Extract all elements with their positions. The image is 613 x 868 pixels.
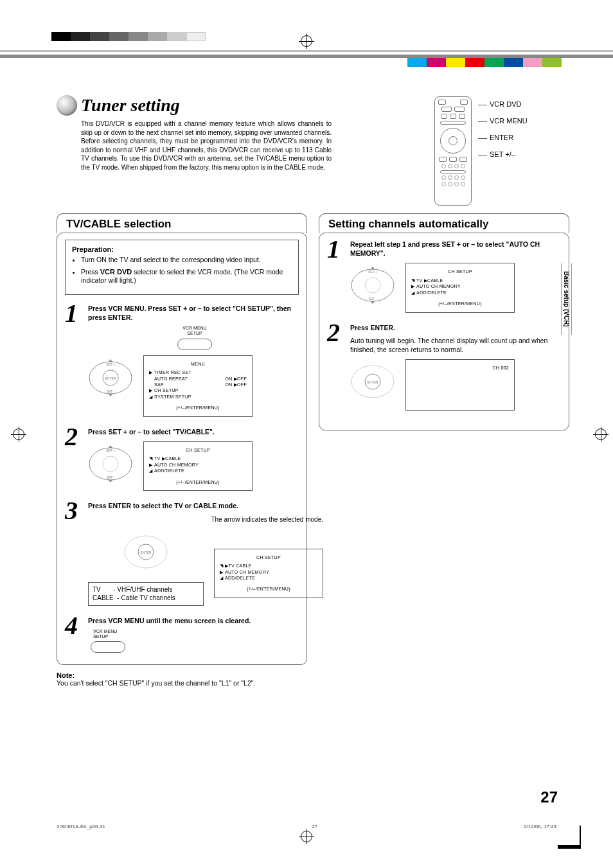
crop-corner-icon bbox=[558, 826, 581, 849]
registration-icon bbox=[13, 39, 24, 829]
registration-icon bbox=[301, 35, 312, 47]
right-heading: Setting channels automatically bbox=[319, 213, 569, 233]
osd-channel: CH 002 bbox=[411, 365, 509, 371]
vcr-menu-button-icon bbox=[91, 641, 125, 653]
footer-page: 27 bbox=[312, 824, 317, 829]
step-head: Press ENTER to select the TV or CABLE mo… bbox=[88, 501, 323, 510]
left-step-3: 3 Press ENTER to select the TV or CABLE … bbox=[65, 501, 299, 606]
note-text: You can't select "CH SETUP" if you set t… bbox=[57, 679, 255, 687]
step-number: 3 bbox=[65, 501, 83, 606]
note-heading: Note: bbox=[57, 671, 75, 679]
grayscale-bars bbox=[51, 32, 206, 41]
note-block: Note: You can't select "CH SETUP" if you… bbox=[57, 671, 307, 687]
osd-screen: CH SETUP◥▶TV CABLE▶AUTO CH MEMORY◢ADD/DE… bbox=[214, 549, 323, 598]
step-head: Press VCR MENU until the menu screen is … bbox=[88, 616, 299, 625]
channel-type-legend: TV - VHF/UHF channels CABLE - Cable TV c… bbox=[88, 582, 204, 606]
right-step-2: 2 Press ENTER. Auto tuning will begin. T… bbox=[327, 323, 561, 411]
page-number: 27 bbox=[540, 788, 558, 806]
preparation-title: Preparation: bbox=[72, 245, 114, 253]
callout-vcr-dvd: VCR DVD bbox=[481, 100, 528, 108]
svg-text:SET +: SET + bbox=[106, 362, 115, 366]
step-head: Repeat left step 1 and press SET + or – … bbox=[350, 240, 561, 258]
dpad-icon: ENTERSET +SET - bbox=[88, 355, 133, 400]
right-panel: 1 Repeat left step 1 and press SET + or … bbox=[319, 233, 569, 430]
step-number: 4 bbox=[65, 616, 83, 653]
left-step-4: 4 Press VCR MENU until the menu screen i… bbox=[65, 616, 299, 653]
legend-val: - Cable TV channels bbox=[117, 594, 175, 601]
legend-key: TV bbox=[93, 586, 101, 593]
svg-text:SET +: SET + bbox=[106, 448, 115, 452]
registration-icon bbox=[301, 831, 312, 842]
title-sphere-icon bbox=[57, 95, 77, 116]
footer-date: 1/12/06, 17:43 bbox=[524, 824, 556, 829]
step-head: Press ENTER. bbox=[350, 323, 561, 332]
osd-screen: CH 002 bbox=[405, 359, 515, 411]
remote-callouts: VCR DVD VCR MENU ENTER SET +/– bbox=[481, 96, 528, 158]
dpad-icon: SET +SET - bbox=[88, 441, 133, 486]
callout-enter: ENTER bbox=[481, 134, 528, 141]
page-title: Tuner setting bbox=[57, 96, 415, 114]
left-panel: Preparation: Turn ON the TV and select t… bbox=[57, 233, 307, 665]
step-body-text: Auto tuning will begin. The channel disp… bbox=[350, 336, 561, 354]
left-step-1: 1 Press VCR MENU. Press SET + or – to se… bbox=[65, 304, 299, 417]
vcr-menu-button-icon bbox=[177, 339, 212, 350]
svg-point-13 bbox=[365, 278, 380, 293]
prep-item: Turn ON the TV and select to the corresp… bbox=[81, 256, 292, 265]
left-heading: TV/CABLE selection bbox=[57, 213, 307, 233]
osd-screen: CH SETUP◥TV ▶CABLE▶AUTO CH MEMORY◢ADD/DE… bbox=[143, 441, 253, 491]
button-label: VCR MENU SETUP bbox=[93, 629, 299, 639]
registration-icon bbox=[595, 39, 607, 829]
button-label: VCR MENU SETUP bbox=[91, 326, 299, 335]
step-subtext: The arrow indicates the selected mode. bbox=[88, 515, 323, 524]
step-number: 2 bbox=[65, 427, 83, 491]
step-number: 1 bbox=[65, 304, 83, 417]
svg-text:SET -: SET - bbox=[369, 297, 377, 301]
intro-paragraph: This DVD/VCR is equipped with a channel … bbox=[81, 120, 332, 172]
right-step-1: 1 Repeat left step 1 and press SET + or … bbox=[327, 240, 561, 313]
left-step-2: 2 Press SET + or – to select "TV/CABLE".… bbox=[65, 427, 299, 491]
svg-text:SET +: SET + bbox=[368, 270, 377, 274]
remote-diagram: VCR DVD VCR MENU ENTER SET +/– bbox=[434, 96, 569, 206]
legend-val: - VHF/UHF channels bbox=[113, 586, 172, 593]
dpad-icon: ENTER bbox=[350, 359, 395, 404]
callout-set: SET +/– bbox=[481, 150, 528, 158]
footer-file: 2I30301A-En_p26-31 bbox=[57, 824, 105, 829]
legend-key: CABLE bbox=[93, 594, 114, 601]
step-head: Press SET + or – to select "TV/CABLE". bbox=[88, 427, 299, 436]
step-number: 1 bbox=[327, 240, 345, 313]
preparation-box: Preparation: Turn ON the TV and select t… bbox=[65, 240, 299, 295]
dpad-icon: ENTER bbox=[123, 529, 168, 574]
osd-screen: MENU▶TIMER REC SETAUTO REPEATON ▶OFFSAPO… bbox=[143, 355, 253, 417]
print-rule bbox=[0, 50, 613, 52]
prep-item: Press VCR DVD selector to select the VCR… bbox=[81, 267, 292, 285]
svg-text:SET -: SET - bbox=[107, 475, 115, 479]
svg-text:SET -: SET - bbox=[107, 389, 115, 393]
print-footer: 2I30301A-En_p26-31 27 1/12/06, 17:43 bbox=[57, 824, 556, 829]
step-head: Press VCR MENU. Press SET + or – to sele… bbox=[88, 304, 299, 322]
svg-text:ENTER: ENTER bbox=[368, 380, 378, 384]
step-number: 2 bbox=[327, 323, 345, 411]
svg-point-6 bbox=[103, 456, 118, 472]
callout-vcr-menu: VCR MENU bbox=[481, 117, 528, 125]
svg-text:ENTER: ENTER bbox=[105, 376, 116, 380]
title-text: Tuner setting bbox=[81, 95, 180, 115]
svg-text:ENTER: ENTER bbox=[141, 551, 152, 554]
osd-screen: CH SETUP◥TV ▶CABLE▶AUTO CH MEMORY◢ADD/DE… bbox=[405, 263, 515, 312]
dpad-icon: SET +SET - bbox=[350, 263, 395, 308]
color-bars bbox=[407, 58, 562, 67]
remote-outline bbox=[434, 96, 472, 206]
